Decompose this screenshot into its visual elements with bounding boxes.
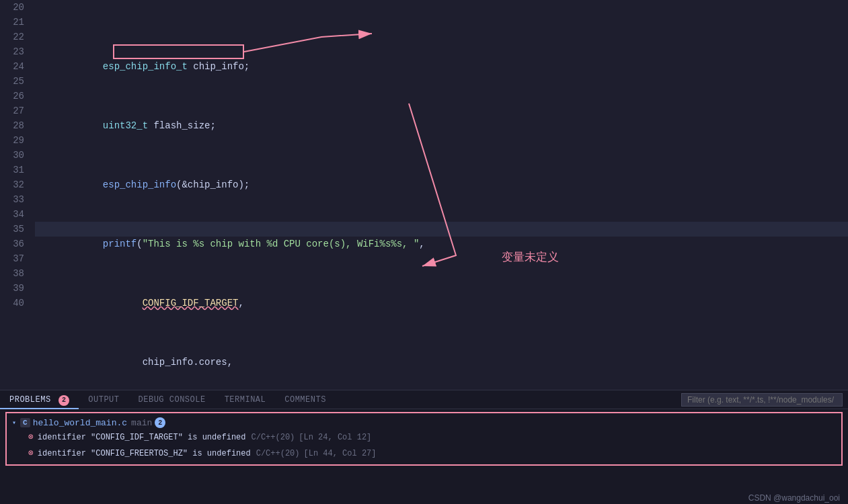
error-type-2: C/C++(20) bbox=[256, 447, 300, 460]
filter-input[interactable] bbox=[681, 393, 843, 407]
error-location-2: [Ln 44, Col 27] bbox=[304, 447, 377, 460]
error-location-1: [Ln 24, Col 12] bbox=[299, 431, 371, 444]
editor-area: 20 21 22 23 24 25 26 27 28 29 30 31 32 3… bbox=[0, 0, 848, 390]
line-numbers: 20 21 22 23 24 25 26 27 28 29 30 31 32 3… bbox=[0, 0, 32, 390]
tab-output[interactable]: OUTPUT bbox=[79, 390, 128, 409]
file-name: hello_world_main.c bbox=[33, 418, 127, 428]
problems-content: ▾ C hello_world_main.c main 2 ⊗ identifi… bbox=[0, 409, 848, 504]
error-text-1: identifier "CONFIG_IDF_TARGET" is undefi… bbox=[38, 431, 246, 444]
problem-item-1[interactable]: ⊗ identifier "CONFIG_IDF_TARGET" is unde… bbox=[7, 429, 841, 446]
error-icon-1: ⊗ bbox=[28, 431, 34, 444]
file-scope: main bbox=[131, 418, 152, 428]
panel-tabs-bar: PROBLEMS 2 OUTPUT DEBUG CONSOLE TERMINAL… bbox=[0, 390, 848, 409]
error-icon-2: ⊗ bbox=[28, 447, 34, 460]
code-line-24: CONFIG_IDF_TARGET, bbox=[35, 281, 848, 296]
tab-debug-console[interactable]: DEBUG CONSOLE bbox=[129, 390, 215, 409]
problem-file-row[interactable]: ▾ C hello_world_main.c main 2 bbox=[7, 416, 841, 429]
tab-problems[interactable]: PROBLEMS 2 bbox=[0, 390, 79, 409]
code-line-20: esp_chip_info_t chip_info; bbox=[35, 44, 848, 59]
code-line-22: esp_chip_info(&chip_info); bbox=[35, 163, 848, 177]
c-file-icon: C bbox=[20, 418, 30, 427]
code-line-25: chip_info.cores, bbox=[35, 340, 848, 355]
code-line-23: printf("This is %s chip with %d CPU core… bbox=[35, 222, 848, 237]
code-line-21: uint32_t flash_size; bbox=[35, 103, 848, 118]
tab-terminal[interactable]: TERMINAL bbox=[215, 390, 276, 409]
chinese-label: 变量未定义 bbox=[476, 235, 559, 280]
problems-badge: 2 bbox=[59, 395, 69, 406]
chevron-down-icon: ▾ bbox=[12, 419, 16, 427]
error-text-2: identifier "CONFIG_FREERTOS_HZ" is undef… bbox=[38, 447, 251, 460]
problems-border-box: ▾ C hello_world_main.c main 2 ⊗ identifi… bbox=[5, 412, 843, 466]
error-type-1: C/C++(20) bbox=[251, 431, 295, 444]
code-content[interactable]: esp_chip_info_t chip_info; uint32_t flas… bbox=[32, 0, 848, 390]
file-badge: 2 bbox=[155, 417, 165, 428]
problem-item-2[interactable]: ⊗ identifier "CONFIG_FREERTOS_HZ" is und… bbox=[7, 446, 841, 462]
bottom-panel: PROBLEMS 2 OUTPUT DEBUG CONSOLE TERMINAL… bbox=[0, 390, 848, 504]
watermark: CSDN @wangdachui_ooi bbox=[740, 492, 848, 504]
tab-comments[interactable]: COMMENTS bbox=[275, 390, 336, 409]
